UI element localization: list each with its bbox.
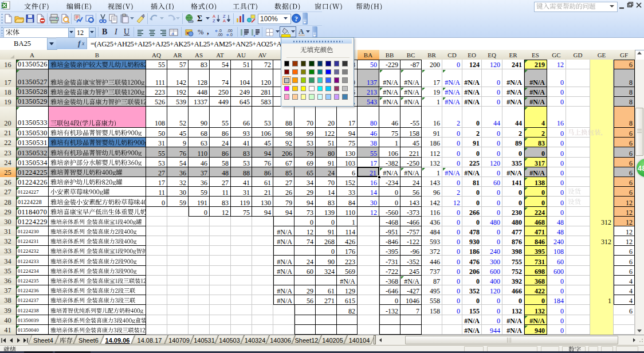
- svg-text:a: a: [171, 31, 174, 36]
- svg-text:Z: Z: [213, 18, 215, 23]
- svg-text:A: A: [223, 18, 226, 23]
- svg-text:?: ?: [294, 14, 298, 22]
- svg-text:.0: .0: [229, 33, 233, 37]
- svg-text:.00: .00: [217, 33, 223, 37]
- svg-text:¥: ¥: [186, 30, 189, 35]
- svg-text:.00: .00: [227, 29, 233, 33]
- svg-text:.0: .0: [218, 29, 222, 33]
